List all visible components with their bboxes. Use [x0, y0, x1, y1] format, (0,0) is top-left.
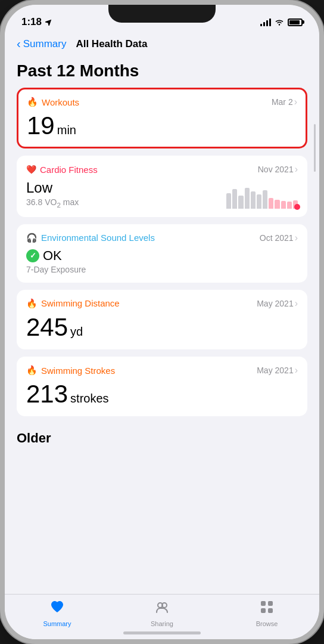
status-time: 1:18	[21, 16, 52, 28]
tab-browse-label: Browse	[256, 620, 278, 627]
svg-rect-7	[268, 608, 273, 613]
browse-tab-icon	[259, 599, 275, 618]
environmental-status: OK	[43, 248, 62, 264]
page-title-section: Past 12 Months	[5, 57, 319, 88]
chevron-icon: ›	[295, 233, 298, 243]
workouts-date: Mar 2 ›	[272, 97, 297, 107]
chevron-icon: ›	[295, 298, 298, 309]
environmental-date: Oct 2021 ›	[260, 233, 298, 243]
older-section-header: Older	[17, 423, 307, 451]
swimming-strokes-label: 🔥 Swimming Strokes	[26, 365, 115, 376]
status-icons	[260, 18, 303, 26]
environmental-card[interactable]: 🎧 Environmental Sound Levels Oct 2021 › …	[17, 224, 307, 283]
svg-rect-6	[261, 608, 266, 613]
tab-browse[interactable]: Browse	[243, 599, 291, 627]
chevron-icon: ›	[295, 365, 298, 376]
tab-sharing[interactable]: Sharing	[138, 599, 186, 627]
cardio-left: Low 36.8 VO2 max	[26, 179, 79, 209]
environmental-label: 🎧 Environmental Sound Levels	[26, 233, 155, 243]
scroll-indicator	[314, 124, 316, 172]
cardio-card-header: ❤️ Cardio Fitness Nov 2021 ›	[26, 164, 298, 175]
tab-sharing-label: Sharing	[151, 620, 173, 627]
chevron-icon: ›	[295, 164, 298, 175]
ok-status: ✓ OK	[26, 248, 298, 264]
swimming-distance-date: May 2021 ›	[257, 298, 298, 309]
tab-summary-label: Summary	[43, 620, 71, 627]
cardio-card[interactable]: ❤️ Cardio Fitness Nov 2021 › Low 36.8 VO…	[17, 156, 307, 217]
cardio-status: Low	[26, 179, 79, 196]
svg-marker-0	[45, 18, 52, 26]
environmental-sub: 7-Day Exposure	[26, 265, 298, 274]
nav-title: All Health Data	[76, 38, 147, 50]
tab-summary[interactable]: Summary	[33, 599, 81, 627]
swimming-strokes-value: 213strokes	[26, 380, 298, 408]
battery-icon	[288, 18, 303, 26]
green-check-icon: ✓	[26, 249, 39, 262]
fire-icon: 🔥	[27, 97, 38, 107]
back-button[interactable]: ‹ Summary	[17, 37, 66, 51]
workouts-label: 🔥 Workouts	[27, 97, 79, 107]
workouts-card-header: 🔥 Workouts Mar 2 ›	[27, 97, 297, 107]
workouts-value: 19min	[27, 112, 297, 140]
swimming-distance-value: 245yd	[26, 314, 298, 341]
back-label: Summary	[23, 38, 67, 50]
fire-icon: 🔥	[26, 365, 38, 376]
heart-icon: ❤️	[26, 165, 36, 174]
cardio-label: ❤️ Cardio Fitness	[26, 165, 98, 175]
cardio-date: Nov 2021 ›	[258, 164, 298, 175]
signal-icon	[260, 18, 271, 26]
page-title: Past 12 Months	[17, 61, 307, 80]
heart-tab-icon	[49, 599, 65, 618]
nav-bar: ‹ Summary All Health Data	[5, 35, 319, 57]
chevron-icon: ›	[294, 97, 297, 107]
scroll-content[interactable]: 🔥 Workouts Mar 2 › 19min ❤️	[5, 88, 319, 594]
swimming-distance-card[interactable]: 🔥 Swimming Distance May 2021 › 245yd	[17, 290, 307, 349]
svg-rect-5	[268, 601, 273, 606]
environmental-card-header: 🎧 Environmental Sound Levels Oct 2021 ›	[26, 233, 298, 243]
sharing-tab-icon	[154, 599, 170, 618]
workouts-card[interactable]: 🔥 Workouts Mar 2 › 19min	[17, 88, 307, 148]
location-icon	[45, 18, 52, 26]
ear-icon: 🎧	[26, 233, 38, 243]
cardio-sub: 36.8 VO2 max	[26, 197, 79, 209]
swimming-distance-label: 🔥 Swimming Distance	[26, 298, 120, 309]
notch	[108, 5, 216, 23]
phone-frame: 1:18	[0, 0, 324, 644]
swimming-distance-header: 🔥 Swimming Distance May 2021 ›	[26, 298, 298, 309]
chart-bars	[226, 182, 298, 209]
mini-chart	[226, 182, 298, 209]
svg-rect-4	[261, 601, 266, 606]
swimming-strokes-card[interactable]: 🔥 Swimming Strokes May 2021 › 213strokes	[17, 357, 307, 416]
swimming-strokes-date: May 2021 ›	[257, 365, 298, 376]
svg-point-1	[279, 24, 280, 25]
phone-screen: 1:18	[5, 5, 319, 639]
back-chevron-icon: ‹	[17, 37, 21, 51]
home-indicator	[123, 631, 201, 634]
fire-icon: 🔥	[26, 298, 38, 309]
cardio-content: Low 36.8 VO2 max	[26, 179, 298, 209]
swimming-strokes-header: 🔥 Swimming Strokes May 2021 ›	[26, 365, 298, 376]
wifi-icon	[275, 18, 284, 26]
